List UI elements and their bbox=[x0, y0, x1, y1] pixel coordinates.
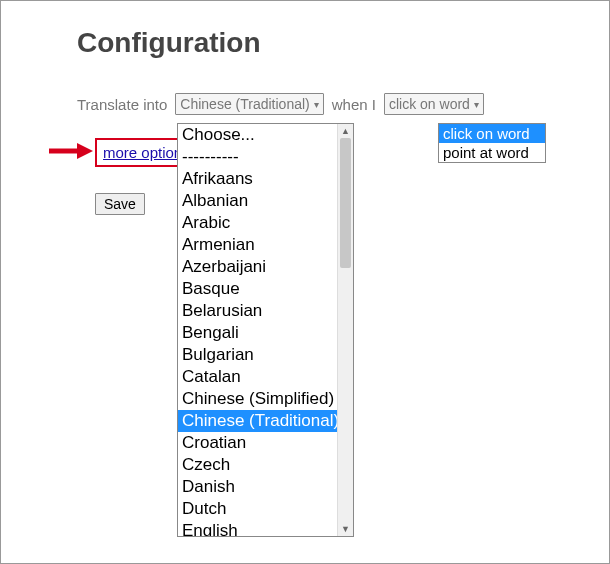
language-option[interactable]: ---------- bbox=[178, 146, 337, 168]
callout-arrow-icon bbox=[49, 142, 93, 160]
language-option[interactable]: Croatian bbox=[178, 432, 337, 454]
scroll-thumb[interactable] bbox=[340, 138, 351, 268]
language-option[interactable]: Choose... bbox=[178, 124, 337, 146]
language-option[interactable]: Danish bbox=[178, 476, 337, 498]
language-option[interactable]: Chinese (Simplified) bbox=[178, 388, 337, 410]
language-option[interactable]: Bengali bbox=[178, 322, 337, 344]
language-select-value: Chinese (Traditional) bbox=[180, 96, 309, 112]
language-option[interactable]: Arabic bbox=[178, 212, 337, 234]
config-row: Translate into Chinese (Traditional) ▾ w… bbox=[77, 93, 573, 115]
when-i-label: when I bbox=[332, 96, 376, 113]
language-option[interactable]: Catalan bbox=[178, 366, 337, 388]
language-select[interactable]: Chinese (Traditional) ▾ bbox=[175, 93, 323, 115]
language-dropdown[interactable]: Choose...----------AfrikaansAlbanianArab… bbox=[177, 123, 354, 537]
save-button[interactable]: Save bbox=[95, 193, 145, 215]
svg-marker-1 bbox=[77, 143, 93, 159]
trigger-option[interactable]: point at word bbox=[439, 143, 545, 162]
language-option[interactable]: Bulgarian bbox=[178, 344, 337, 366]
scroll-up-icon[interactable]: ▲ bbox=[338, 124, 353, 138]
scrollbar[interactable]: ▲ ▼ bbox=[337, 124, 353, 536]
page-title: Configuration bbox=[77, 27, 573, 59]
language-option[interactable]: Dutch bbox=[178, 498, 337, 520]
trigger-select[interactable]: click on word ▾ bbox=[384, 93, 484, 115]
chevron-down-icon: ▾ bbox=[474, 99, 479, 110]
language-option[interactable]: Czech bbox=[178, 454, 337, 476]
language-option[interactable]: Armenian bbox=[178, 234, 337, 256]
language-option[interactable]: Azerbaijani bbox=[178, 256, 337, 278]
trigger-option[interactable]: click on word bbox=[439, 124, 545, 143]
language-option[interactable]: English bbox=[178, 520, 337, 537]
trigger-dropdown[interactable]: click on wordpoint at word bbox=[438, 123, 546, 163]
language-option[interactable]: Albanian bbox=[178, 190, 337, 212]
language-option[interactable]: Afrikaans bbox=[178, 168, 337, 190]
language-option[interactable]: Belarusian bbox=[178, 300, 337, 322]
translate-into-label: Translate into bbox=[77, 96, 167, 113]
chevron-down-icon: ▾ bbox=[314, 99, 319, 110]
language-option[interactable]: Basque bbox=[178, 278, 337, 300]
language-option[interactable]: Chinese (Traditional) bbox=[178, 410, 337, 432]
trigger-select-value: click on word bbox=[389, 96, 470, 112]
scroll-down-icon[interactable]: ▼ bbox=[338, 522, 353, 536]
